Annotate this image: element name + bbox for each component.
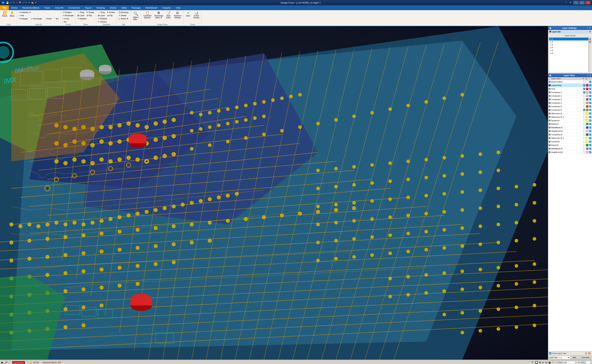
check-results-button[interactable]: 📊 CheckResults — [193, 11, 200, 23]
layer-vis-symbol-a[interactable] — [583, 119, 585, 122]
layer-lock-silkscreen-b1[interactable] — [589, 137, 591, 139]
layer-move-button[interactable]: ⊞ Layer — [77, 14, 85, 17]
quick-arrow[interactable]: ✏ — [26, 1, 27, 4]
relative-move-button[interactable]: ↗ Relative — [77, 17, 95, 20]
rotate-move-button[interactable]: ↻ Rotate — [86, 11, 95, 14]
layer-color-silkscreen-b1[interactable] — [586, 137, 588, 139]
layer-lock-conductor4[interactable] — [589, 102, 591, 104]
layer-set-item-l4[interactable]: L-4 — [549, 46, 588, 49]
drag-dup-button[interactable]: ↔ Drag — [97, 11, 106, 14]
layer-row-board-outline[interactable]: Board outline — [548, 80, 592, 84]
layer-vis-conductor4[interactable] — [583, 102, 585, 104]
layer-lock-comparea-a[interactable] — [589, 134, 591, 136]
circle-cutout-button[interactable]: ○ Circle — [62, 17, 74, 20]
layer-row-conductor3[interactable]: Conductor-3 — [548, 98, 592, 101]
layer-vis-layout-area[interactable] — [583, 84, 585, 86]
layer-set-item-l3[interactable]: L-3 — [549, 43, 588, 46]
delete-button[interactable]: ✕ Delete — [118, 14, 129, 17]
quick-save[interactable]: 💾 — [6, 1, 9, 4]
quick-undo[interactable]: ↩ — [10, 1, 12, 4]
scroll-up-btn[interactable]: ▲ — [589, 38, 591, 40]
layer-row-symbol-a[interactable]: Symbol-A — [548, 119, 592, 122]
layer-lock-symbol-b[interactable] — [589, 141, 591, 143]
layer-lock-conductor2[interactable] — [589, 95, 591, 97]
drc-button[interactable]: ✔ DRC — [185, 11, 192, 23]
rectangle-cutout-button[interactable]: ▭ Rectangle — [62, 14, 74, 17]
layer-row-silkscreen-a1[interactable]: Silkscreen-A-1 — [548, 115, 592, 119]
layer-lock-resist-b[interactable] — [589, 144, 591, 146]
section-button[interactable]: ✂ Section — [97, 20, 115, 23]
rule-editor-button[interactable]: 📝 RuleEditor — [165, 11, 172, 23]
add-layer-set-button[interactable]: Add... — [571, 356, 579, 359]
layer-set-item-l6[interactable]: L-6 — [549, 52, 588, 55]
layer-lock-board-outline[interactable] — [589, 81, 591, 83]
layer-lock-silkscreen-a[interactable] — [589, 112, 591, 115]
object-filter-button[interactable]: 🔍 ObjectFilter — [132, 11, 140, 21]
layer-vis-silkscreen-a[interactable] — [583, 112, 585, 115]
menu-drawing[interactable]: Drawing — [94, 5, 107, 10]
layer-dup-button[interactable]: ⊞ Layer — [97, 14, 106, 17]
layer-set-select[interactable]: L-1 L-2 L-3 L-4 L-5 L-6 — [558, 356, 570, 359]
layer-vis-heightlimit-b[interactable] — [583, 151, 585, 153]
maximize-button[interactable]: □ — [579, 1, 585, 4]
layer-color-hole[interactable] — [586, 88, 588, 90]
precision-input[interactable] — [577, 361, 591, 364]
layer-vis-conductor6[interactable] — [583, 109, 585, 111]
layer-lock-metalmask-b[interactable] — [589, 148, 591, 150]
menu-home[interactable]: Home — [9, 5, 20, 10]
layer-row-conductor6[interactable]: Conductor-6 — [548, 108, 592, 112]
layer-color-conductor6[interactable] — [586, 109, 588, 111]
layer-row-resist-b[interactable]: Resist-B — [548, 143, 592, 147]
menu-track[interactable]: Track — [42, 5, 53, 10]
quick-tools[interactable]: 🔍 — [19, 1, 22, 4]
layer-color-symbol-b[interactable] — [586, 140, 588, 143]
layer-row-hole[interactable]: Hole — [548, 87, 592, 91]
layer-color-board-outline[interactable] — [586, 81, 588, 83]
status-icon-4[interactable]: ✏ — [542, 361, 544, 364]
layer-vis-metalmask-a[interactable] — [583, 126, 585, 129]
quick-stop[interactable]: ✕ — [16, 1, 18, 4]
layer-row-layout-area[interactable]: Layout Area — [548, 84, 592, 87]
menu-restriction[interactable]: Restriction/Block — [20, 5, 42, 10]
layer-row-symbol-b[interactable]: Symbol-B — [548, 140, 592, 143]
layer-lock-hole[interactable] — [589, 88, 591, 90]
close-button[interactable]: ✕ — [585, 1, 591, 4]
menu-areafill[interactable]: Area Fill — [53, 5, 66, 10]
layer-lock-conductor6[interactable] — [589, 109, 591, 111]
layer-row-silkscreen-a[interactable]: Silkscreen-A — [548, 112, 592, 115]
layer-lock-metalmask-a[interactable] — [589, 126, 591, 129]
layer-lock-heightlimit-b[interactable] — [589, 151, 591, 153]
menu-multiboard[interactable]: Multi-Board — [143, 5, 160, 10]
layer-vis-resist-b[interactable] — [583, 144, 585, 146]
layer-settings-tool2[interactable]: 🎨 — [588, 352, 591, 355]
arc-af-button[interactable]: ◜ Arc — [54, 17, 60, 20]
status-icon-3[interactable]: ⊕ — [539, 361, 541, 364]
layer-row-metalmask-b[interactable]: MetalMask-B — [548, 147, 592, 150]
menu-check[interactable]: Check — [107, 5, 119, 10]
menu-analysis[interactable]: Analysis — [160, 5, 173, 10]
layer-color-conductor3[interactable] — [586, 98, 588, 101]
layer-color-silkscreen-a1[interactable] — [586, 116, 588, 118]
layer-color-layout-area[interactable] — [586, 84, 588, 87]
layer-row-silkscreen-b1[interactable]: Silkscreen-B-1 — [548, 136, 592, 140]
minimize-button[interactable]: ─ — [573, 1, 579, 4]
polygon-cutout-button[interactable]: ⬡ Polygon — [62, 11, 74, 14]
layer-vis-conductor1[interactable] — [583, 91, 585, 93]
layer-color-resist-b[interactable] — [586, 144, 588, 146]
panel-close-icon[interactable]: ✕ — [589, 27, 591, 29]
constraint-browser-button[interactable]: 📋 ConstraintBrowser — [142, 11, 153, 23]
layer-row-comparea-a[interactable]: CompArea-A — [548, 133, 592, 136]
flip-move-button[interactable]: ⇄ Flip — [86, 14, 93, 17]
layer-color-conductor4[interactable] — [586, 102, 588, 104]
help-icon[interactable]: ? — [564, 1, 568, 4]
layer-vis-silkscreen-a1[interactable] — [583, 116, 585, 118]
panel-help-icon[interactable]: ? — [587, 27, 588, 29]
layer-vis-symbol-b[interactable] — [583, 141, 585, 143]
layer-row-resist-a[interactable]: Resist-A — [548, 122, 592, 126]
layer-row-heightlimit-b[interactable]: HeightLimit-B — [548, 150, 592, 154]
menu-file[interactable]: File — [0, 5, 9, 10]
technology-editor-button[interactable]: ⚙ TechnologyEditor ▼ — [153, 11, 164, 23]
layer-vis-heightlimit-a[interactable] — [583, 130, 585, 132]
settings-icon[interactable]: ⚙ — [568, 1, 573, 4]
menu-view[interactable]: View — [173, 5, 183, 10]
